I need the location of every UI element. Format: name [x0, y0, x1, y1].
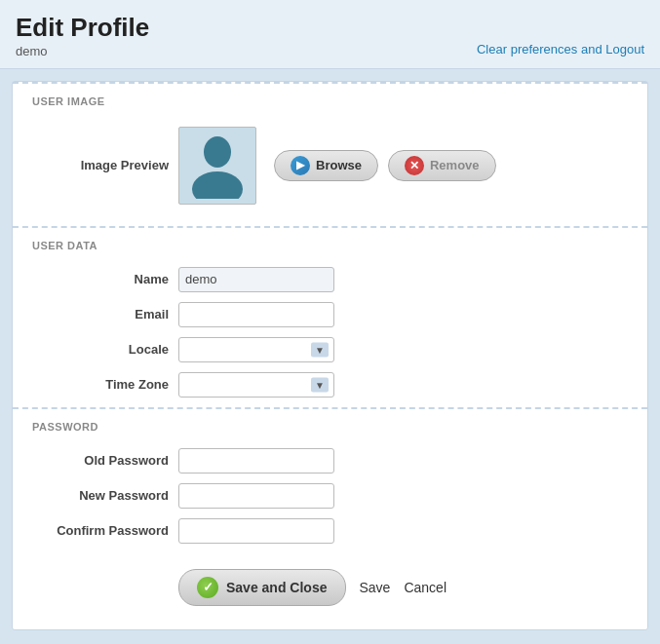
email-label: Email [32, 307, 169, 322]
new-password-row: New Password [13, 483, 647, 509]
browse-arrow-icon: ▶ [291, 156, 310, 175]
logout-link[interactable]: Clear preferences and Logout [477, 42, 644, 58]
locale-select-wrapper [178, 337, 334, 362]
old-password-label: Old Password [32, 453, 169, 468]
remove-button[interactable]: ✕ Remove [388, 150, 496, 181]
remove-label: Remove [430, 158, 480, 172]
name-row: Name [13, 267, 647, 292]
content-area: USER IMAGE Image Preview ▶ Browse ✕ Remo… [12, 81, 648, 630]
name-input[interactable] [178, 267, 334, 292]
old-password-row: Old Password [13, 448, 647, 474]
avatar-icon [189, 133, 246, 199]
locale-row: Locale [13, 337, 647, 362]
email-row: Email [13, 302, 647, 327]
new-password-input[interactable] [178, 483, 334, 509]
svg-point-1 [192, 171, 243, 199]
svg-point-0 [204, 136, 231, 168]
page-title: Edit Profile [16, 14, 149, 42]
old-password-input[interactable] [178, 448, 334, 474]
page-container: Edit Profile demo Clear preferences and … [0, 0, 660, 644]
save-button[interactable]: Save [360, 580, 391, 595]
locale-label: Locale [32, 342, 169, 357]
cancel-button[interactable]: Cancel [404, 580, 446, 595]
locale-select[interactable] [178, 337, 334, 362]
timezone-select-wrapper [178, 372, 334, 398]
timezone-label: Time Zone [32, 377, 169, 392]
user-data-section-header: USER DATA [13, 226, 647, 257]
save-close-icon: ✓ [197, 577, 218, 598]
save-and-close-button[interactable]: ✓ Save and Close [178, 569, 346, 606]
confirm-password-input[interactable] [178, 518, 334, 544]
image-preview-label: Image Preview [32, 158, 169, 172]
remove-x-icon: ✕ [405, 156, 424, 175]
new-password-label: New Password [32, 488, 169, 503]
browse-button[interactable]: ▶ Browse [274, 150, 378, 181]
save-close-label: Save and Close [226, 580, 328, 595]
browse-label: Browse [316, 158, 362, 172]
header: Edit Profile demo Clear preferences and … [0, 0, 660, 69]
user-image-section-header: USER IMAGE [13, 82, 647, 113]
timezone-select[interactable] [178, 372, 334, 398]
image-preview-row: Image Preview ▶ Browse ✕ Remove [13, 113, 647, 218]
password-section-header: PASSWORD [13, 407, 647, 438]
timezone-row: Time Zone [13, 372, 647, 398]
confirm-password-row: Confirm Password [13, 518, 647, 544]
image-preview-box [178, 127, 256, 205]
username-label: demo [16, 44, 149, 58]
name-label: Name [32, 272, 169, 286]
footer-buttons: ✓ Save and Close Save Cancel [13, 553, 647, 610]
header-left: Edit Profile demo [16, 14, 149, 58]
confirm-password-label: Confirm Password [32, 523, 169, 538]
email-input[interactable] [178, 302, 334, 327]
